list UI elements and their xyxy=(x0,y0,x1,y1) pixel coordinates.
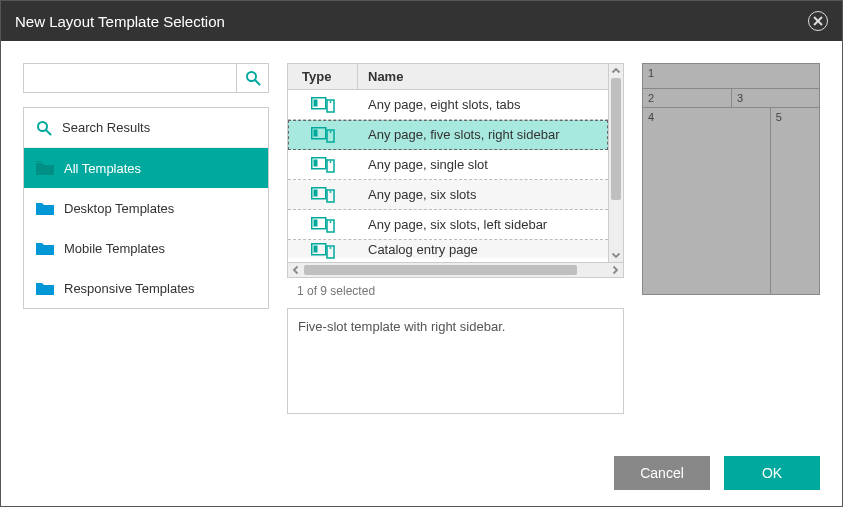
close-button[interactable] xyxy=(808,11,828,31)
chevron-up-icon xyxy=(611,66,621,76)
svg-rect-27 xyxy=(314,246,318,253)
svg-point-13 xyxy=(330,131,332,133)
scroll-up-button[interactable] xyxy=(609,64,623,78)
folder-icon xyxy=(36,201,54,215)
preview-row: 2 3 xyxy=(643,89,819,107)
chevron-right-icon xyxy=(610,265,620,275)
svg-rect-23 xyxy=(314,219,318,226)
search-row xyxy=(23,63,269,93)
dialog-title: New Layout Template Selection xyxy=(15,13,225,30)
description-box: Five-slot template with right sidebar. xyxy=(287,308,624,414)
folder-icon xyxy=(36,281,54,295)
cell-name: Any page, single slot xyxy=(358,157,608,172)
search-input[interactable] xyxy=(24,64,236,92)
svg-rect-11 xyxy=(314,129,318,136)
svg-point-17 xyxy=(330,161,332,163)
chevron-down-icon xyxy=(611,250,621,260)
titlebar: New Layout Template Selection xyxy=(1,1,842,41)
preview-slot-4: 4 xyxy=(643,108,770,294)
cell-name: Any page, six slots xyxy=(358,187,608,202)
sidebar-item-label: Search Results xyxy=(62,120,150,135)
table-row[interactable]: Any page, five slots, right sidebar xyxy=(288,120,608,150)
sidebar-item-desktop-templates[interactable]: Desktop Templates xyxy=(24,188,268,228)
dialog-footer: Cancel OK xyxy=(1,440,842,506)
svg-rect-15 xyxy=(314,159,318,166)
cell-type xyxy=(288,97,358,113)
svg-line-5 xyxy=(46,130,50,134)
sidebar-item-label: Desktop Templates xyxy=(64,201,174,216)
table-row[interactable]: Catalog entry page xyxy=(288,240,608,258)
svg-point-9 xyxy=(330,101,332,103)
preview-slot-3: 3 xyxy=(732,89,819,107)
sidebar-item-label: All Templates xyxy=(64,161,141,176)
table-row[interactable]: Any page, eight slots, tabs xyxy=(288,90,608,120)
cell-type xyxy=(288,157,358,173)
cell-type xyxy=(288,127,358,143)
preview-slot-2: 2 xyxy=(643,89,731,107)
folder-icon xyxy=(36,241,54,255)
right-column: 1 2 3 4 5 xyxy=(642,63,820,440)
svg-point-21 xyxy=(330,191,332,193)
sidebar-item-mobile-templates[interactable]: Mobile Templates xyxy=(24,228,268,268)
column-header-type[interactable]: Type xyxy=(288,64,358,89)
table-row[interactable]: Any page, six slots, left sidebar xyxy=(288,210,608,240)
table-scroll-area: Type Name Any page, eight slots, tabs An… xyxy=(288,64,608,262)
layout-template-icon xyxy=(311,157,335,173)
center-column: Type Name Any page, eight slots, tabs An… xyxy=(287,63,624,440)
sidebar-item-label: Responsive Templates xyxy=(64,281,195,296)
description-text: Five-slot template with right sidebar. xyxy=(298,319,505,334)
svg-line-3 xyxy=(255,80,259,84)
folder-icon xyxy=(36,161,54,175)
layout-preview: 1 2 3 4 5 xyxy=(642,63,820,295)
vertical-scrollbar[interactable] xyxy=(608,64,623,262)
column-header-name[interactable]: Name xyxy=(358,69,608,84)
cell-type xyxy=(288,187,358,203)
template-table: Type Name Any page, eight slots, tabs An… xyxy=(287,63,624,263)
dialog: New Layout Template Selection Search Res… xyxy=(0,0,843,507)
table-body: Any page, eight slots, tabs Any page, fi… xyxy=(288,90,608,258)
scroll-right-button[interactable] xyxy=(607,263,623,277)
preview-slot-5: 5 xyxy=(771,108,819,294)
cell-type xyxy=(288,239,358,259)
svg-rect-19 xyxy=(314,189,318,196)
cell-name: Any page, six slots, left sidebar xyxy=(358,217,608,232)
table-row[interactable]: Any page, single slot xyxy=(288,150,608,180)
left-column: Search Results All Templates Desktop Tem… xyxy=(23,63,269,440)
cancel-button[interactable]: Cancel xyxy=(614,456,710,490)
vscroll-track[interactable] xyxy=(609,78,623,248)
svg-point-25 xyxy=(330,221,332,223)
preview-row: 1 xyxy=(643,64,819,88)
search-icon xyxy=(36,120,52,136)
layout-template-icon xyxy=(311,187,335,203)
sidebar-item-label: Mobile Templates xyxy=(64,241,165,256)
layout-template-icon xyxy=(311,243,335,259)
preview-slot-1: 1 xyxy=(643,64,819,88)
scroll-down-button[interactable] xyxy=(609,248,623,262)
cell-name: Any page, eight slots, tabs xyxy=(358,97,608,112)
search-button[interactable] xyxy=(236,64,268,92)
ok-button[interactable]: OK xyxy=(724,456,820,490)
hscroll-thumb[interactable] xyxy=(304,265,577,275)
horizontal-scrollbar[interactable] xyxy=(287,263,624,278)
scroll-left-button[interactable] xyxy=(288,263,304,277)
hscroll-track[interactable] xyxy=(304,263,607,277)
layout-template-icon xyxy=(311,97,335,113)
sidebar-item-responsive-templates[interactable]: Responsive Templates xyxy=(24,268,268,308)
layout-template-icon xyxy=(311,217,335,233)
vscroll-thumb[interactable] xyxy=(611,78,621,200)
selection-status: 1 of 9 selected xyxy=(287,278,624,302)
layout-template-icon xyxy=(311,127,335,143)
table-header: Type Name xyxy=(288,64,608,90)
chevron-left-icon xyxy=(291,265,301,275)
preview-row: 4 5 xyxy=(643,108,819,294)
cell-name: Any page, five slots, right sidebar xyxy=(358,127,608,142)
sidebar-item-search-results[interactable]: Search Results xyxy=(24,108,268,148)
search-icon xyxy=(245,70,261,86)
cell-type xyxy=(288,217,358,233)
sidebar-item-all-templates[interactable]: All Templates xyxy=(24,148,268,188)
svg-point-29 xyxy=(330,247,332,249)
table-row[interactable]: Any page, six slots xyxy=(288,180,608,210)
dialog-body: Search Results All Templates Desktop Tem… xyxy=(1,41,842,440)
category-list: Search Results All Templates Desktop Tem… xyxy=(23,107,269,309)
close-icon xyxy=(813,16,823,26)
